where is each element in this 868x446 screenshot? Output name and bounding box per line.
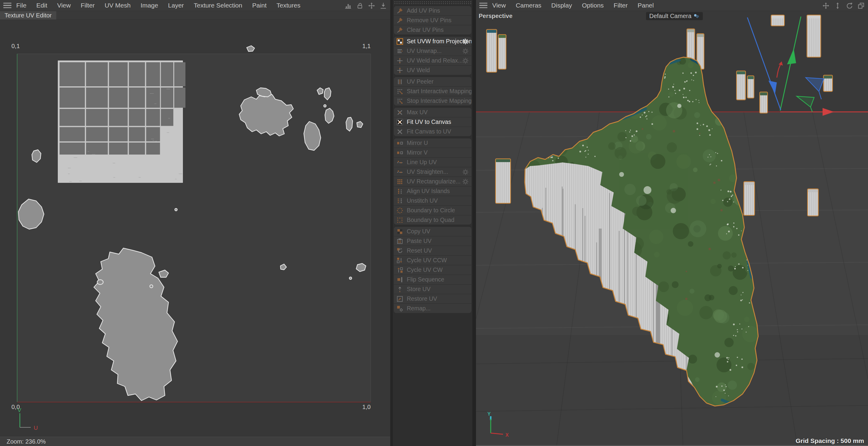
- rotate-icon[interactable]: [845, 2, 853, 10]
- uv-island-dot: [175, 209, 177, 211]
- uv-cmd-reset-uv[interactable]: Reset UV: [394, 246, 471, 255]
- uv-cmd-restore-uv[interactable]: Restore UV: [394, 294, 471, 304]
- dotgrid-icon: [396, 178, 404, 186]
- uv-cmd-label: Clear UV Pins: [407, 27, 443, 33]
- uv-cmd-uv-weld[interactable]: UV Weld: [394, 65, 471, 75]
- uv-cmd-remap[interactable]: Remap...: [394, 304, 471, 313]
- viewport-menu-options[interactable]: Options: [582, 2, 603, 9]
- uv-cmd-uv-unwrap[interactable]: UV Unwrap...: [394, 46, 471, 56]
- uv-cmd-stop-interactive-mapping[interactable]: Stop Interactive Mapping: [394, 96, 471, 105]
- menu-image[interactable]: Image: [141, 2, 158, 9]
- fitcanvas-icon: [396, 128, 404, 136]
- uv-cmd-label: Reset UV: [407, 247, 432, 254]
- viewport-3d-svg[interactable]: Y X: [476, 11, 868, 446]
- uv-cmd-boundary-to-circle[interactable]: Boundary to Circle: [394, 205, 471, 215]
- menu-edit[interactable]: Edit: [36, 2, 47, 9]
- uv-cmd-uv-peeler[interactable]: UV Peeler: [394, 77, 471, 86]
- uv-cmd-label: UV Unwrap...: [407, 47, 442, 55]
- uv-cmd-line-up-uv[interactable]: Line Up UV: [394, 157, 471, 167]
- perspective-viewport-pane: ViewCamerasDisplayOptionsFilterPanel: [476, 0, 868, 446]
- uv-cmd-label: Max UV: [407, 109, 428, 116]
- uv-canvas-svg[interactable]: 0,1 1,1 0,0 1,0 V U: [0, 20, 390, 437]
- panel-grip-handle[interactable]: [394, 1, 471, 4]
- uv-cmd-copy-uv[interactable]: Copy UV: [394, 227, 471, 236]
- uv-command-group: Max UVFit UV to CanvasFit Canvas to UV: [394, 107, 472, 136]
- menu-file[interactable]: File: [16, 2, 27, 9]
- uv-cmd-boundary-to-quad[interactable]: Boundary to Quad: [394, 215, 471, 225]
- uv-cmd-uv-weld-and-relax[interactable]: UV Weld and Relax...: [394, 56, 471, 65]
- setuvw-icon: [396, 38, 404, 45]
- menu-layer[interactable]: Layer: [168, 2, 184, 9]
- uv-canvas-area[interactable]: 0,1 1,1 0,0 1,0 V U: [0, 20, 390, 437]
- circle-icon: [396, 206, 404, 215]
- gear-icon[interactable]: [462, 47, 469, 55]
- uv-cmd-flip-sequence[interactable]: Flip Sequence: [394, 275, 471, 284]
- cycleccw-icon: [396, 257, 404, 264]
- uv-command-group: Add UV PinsRemove UV PinsClear UV Pins: [394, 6, 472, 35]
- uv-cmd-uv-straighten[interactable]: UV Straighten...: [394, 167, 471, 177]
- viewport-menu-filter[interactable]: Filter: [614, 2, 628, 9]
- uv-cmd-label: UV Straighten...: [407, 168, 448, 175]
- unwrap-icon: [396, 47, 404, 55]
- lineup-icon: [396, 158, 404, 166]
- uv-cmd-paste-uv[interactable]: Paste UV: [394, 236, 471, 246]
- uv-cmd-fit-uv-to-canvas[interactable]: Fit UV to Canvas: [394, 117, 471, 127]
- maximize-icon[interactable]: [857, 2, 865, 10]
- viewport-menu-cameras[interactable]: Cameras: [516, 2, 541, 9]
- dolly-icon[interactable]: [834, 2, 841, 10]
- menu-uv-mesh[interactable]: UV Mesh: [105, 2, 131, 9]
- gear-icon[interactable]: [462, 168, 469, 176]
- panel-divider[interactable]: [472, 0, 476, 446]
- uv-island-rect-pack[interactable]: [58, 61, 185, 183]
- uv-cmd-clear-uv-pins[interactable]: Clear UV Pins: [394, 25, 471, 35]
- uv-cmd-align-uv-islands[interactable]: Align UV Islands: [394, 186, 471, 196]
- uv-cmd-set-uvw-from-projection[interactable]: Set UVW from Projection...: [394, 37, 471, 46]
- histogram-icon[interactable]: [344, 2, 352, 10]
- uv-island-fregate: [356, 263, 366, 272]
- lineup-icon: [396, 168, 404, 176]
- menu-paint[interactable]: Paint: [252, 2, 267, 9]
- menu-view[interactable]: View: [57, 2, 71, 9]
- uv-cmd-remove-uv-pins[interactable]: Remove UV Pins: [394, 15, 471, 25]
- menu-textures[interactable]: Textures: [277, 2, 300, 9]
- uv-cmd-cycle-uv-cw[interactable]: Cycle UV CW: [394, 265, 471, 275]
- quad-icon: [396, 216, 404, 224]
- uv-island-dot: [324, 105, 326, 107]
- viewport-menu-view[interactable]: View: [492, 2, 506, 9]
- uv-cmd-mirror-v[interactable]: Mirror V: [394, 148, 471, 157]
- active-camera-selector[interactable]: Default Camera: [646, 12, 703, 20]
- uv-axis-v-label: V: [18, 407, 21, 413]
- viewport-3d[interactable]: Y X Perspective Default Camera Grid Spac…: [476, 11, 868, 446]
- viewport-menu-panel[interactable]: Panel: [638, 2, 654, 9]
- uv-cmd-fit-canvas-to-uv[interactable]: Fit Canvas to UV: [394, 127, 471, 136]
- uv-corner-label-01: 0,1: [11, 43, 20, 49]
- uv-cmd-start-interactive-mapping[interactable]: Start Interactive Mapping: [394, 86, 471, 96]
- uv-cmd-uv-rectangularize[interactable]: UV Rectangularize...: [394, 177, 471, 186]
- gear-icon[interactable]: [462, 57, 469, 65]
- viewport-menus: ViewCamerasDisplayOptionsFilterPanel: [492, 2, 664, 9]
- hamburger-menu-icon[interactable]: [479, 3, 487, 8]
- uv-cmd-label: Store UV: [407, 286, 431, 293]
- gear-icon[interactable]: [462, 178, 469, 186]
- viewport-menu-display[interactable]: Display: [551, 2, 572, 9]
- hamburger-menu-icon[interactable]: [3, 3, 11, 8]
- gear-icon[interactable]: [462, 38, 469, 45]
- menu-texture-selection[interactable]: Texture Selection: [194, 2, 242, 9]
- uv-cmd-max-uv[interactable]: Max UV: [394, 108, 471, 117]
- uv-cmd-store-uv[interactable]: Store UV: [394, 284, 471, 294]
- uv-cmd-unstitch-uv[interactable]: Unstitch UV: [394, 196, 471, 205]
- uv-cmd-mirror-u[interactable]: Mirror U: [394, 138, 471, 148]
- uv-commands-panel: Add UV PinsRemove UV PinsClear UV PinsSe…: [393, 0, 472, 446]
- uv-cmd-cycle-uv-ccw[interactable]: Cycle UV CCW: [394, 255, 471, 265]
- mapping-icon: [396, 88, 404, 95]
- move-icon[interactable]: [368, 2, 375, 10]
- lock-icon[interactable]: [356, 2, 364, 10]
- tab-texture-uv-editor[interactable]: Texture UV Editor: [0, 11, 56, 20]
- uv-cmd-add-uv-pins[interactable]: Add UV Pins: [394, 6, 471, 15]
- viewport-view-label[interactable]: Perspective: [479, 12, 513, 20]
- mapping-icon: [396, 97, 404, 105]
- menu-filter[interactable]: Filter: [81, 2, 95, 9]
- move-icon[interactable]: [822, 2, 830, 10]
- uv-editor-menubar: FileEditViewFilterUV MeshImageLayerTextu…: [0, 0, 390, 11]
- dock-icon[interactable]: [379, 2, 387, 10]
